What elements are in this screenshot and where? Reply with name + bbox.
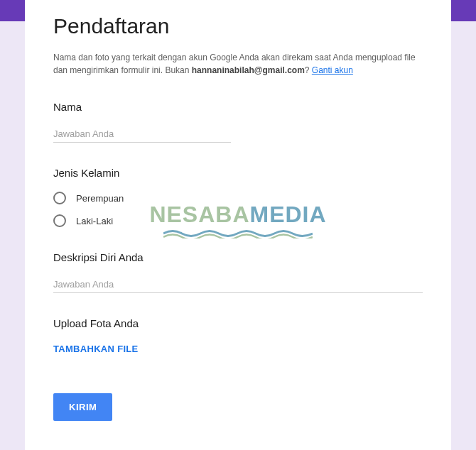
- radio-group-jenis-kelamin: Perempuan Laki-Laki: [53, 192, 423, 227]
- form-card: Pendaftaran Nama dan foto yang terkait d…: [25, 0, 451, 450]
- radio-icon: [53, 192, 66, 204]
- radio-label-laki-laki: Laki-Laki: [76, 216, 113, 226]
- question-nama: Nama: [53, 101, 423, 143]
- radio-option-perempuan[interactable]: Perempuan: [53, 192, 423, 204]
- question-deskripsi: Deskripsi Diri Anda: [53, 251, 423, 293]
- question-jenis-kelamin: Jenis Kelamin Perempuan Laki-Laki: [53, 167, 423, 227]
- description-email: hannaninabilah@gmail.com: [192, 65, 305, 75]
- description-text-2: ?: [305, 65, 312, 75]
- form-description: Nama dan foto yang terkait dengan akun G…: [53, 51, 423, 77]
- deskripsi-input[interactable]: [53, 276, 423, 293]
- form-title: Pendaftaran: [53, 14, 423, 38]
- nama-input[interactable]: [53, 126, 231, 143]
- question-jenis-kelamin-title: Jenis Kelamin: [53, 167, 423, 179]
- question-nama-title: Nama: [53, 101, 423, 113]
- radio-label-perempuan: Perempuan: [76, 193, 124, 204]
- switch-account-link[interactable]: Ganti akun: [312, 65, 353, 75]
- question-upload-title: Upload Fota Anda: [53, 317, 423, 329]
- radio-option-laki-laki[interactable]: Laki-Laki: [53, 214, 423, 227]
- add-file-button[interactable]: TAMBAHKAN FILE: [53, 344, 139, 354]
- submit-button[interactable]: KIRIM: [53, 393, 112, 421]
- question-deskripsi-title: Deskripsi Diri Anda: [53, 251, 423, 263]
- radio-icon: [53, 214, 66, 227]
- question-upload: Upload Fota Anda TAMBAHKAN FILE: [53, 317, 423, 355]
